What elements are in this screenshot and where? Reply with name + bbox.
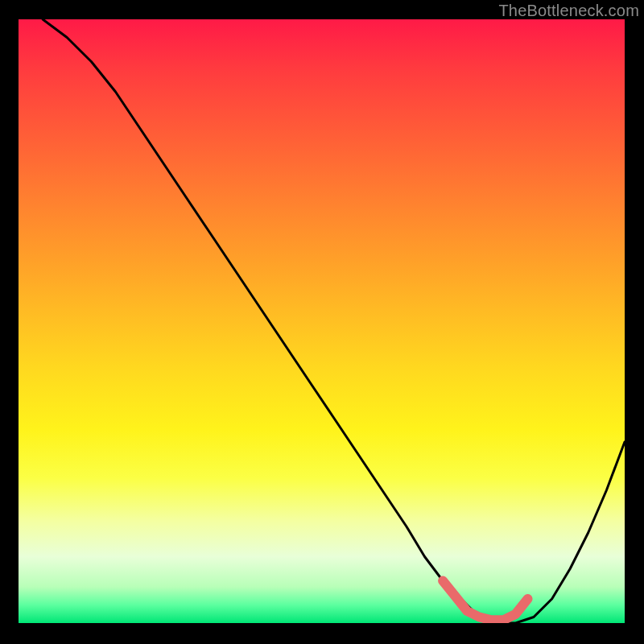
chart-svg	[19, 19, 625, 623]
chart-plot-area	[19, 19, 625, 623]
bottleneck-curve-line	[43, 19, 625, 623]
flat-bottom-highlight-line	[443, 581, 527, 621]
chart-frame: TheBottleneck.com	[0, 0, 644, 644]
watermark-text: TheBottleneck.com	[498, 2, 639, 20]
